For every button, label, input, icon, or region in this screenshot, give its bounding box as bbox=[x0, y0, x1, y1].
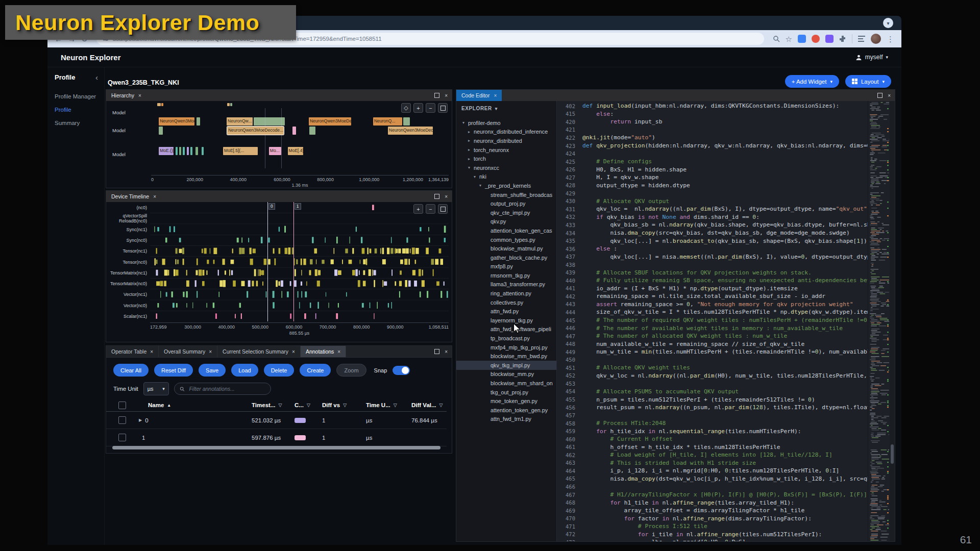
annotation-marker-line[interactable] bbox=[293, 202, 294, 321]
row-checkbox[interactable] bbox=[118, 434, 126, 441]
tree-item-qkv-cte-impl-py[interactable]: qkv_cte_impl.py bbox=[456, 208, 556, 217]
code-line[interactable]: 470 for factor in nl.affine_range(dims.a… bbox=[557, 514, 868, 522]
code-line[interactable]: 471 # Process I:512 tile bbox=[557, 522, 868, 531]
code-line[interactable]: 463 # This is strided load with H1 strid… bbox=[557, 459, 868, 467]
code-line[interactable]: 452 qkv_w_loc = nl.ndarray((nl.par_dim(H… bbox=[557, 372, 868, 380]
tree-item-pre-prod-kernels[interactable]: ▾_pre_prod_kernels bbox=[456, 181, 556, 190]
code-line[interactable]: 439 # Allocate SBUF locations for QKV pr… bbox=[557, 268, 868, 277]
code-line[interactable]: 434 nisa.dma_copy(src=qkv_bias, dst=qkv_… bbox=[557, 229, 868, 237]
flame-segment[interactable] bbox=[292, 127, 296, 135]
flame-segment[interactable]: NeuronQwen3MoeDec... bbox=[309, 117, 351, 126]
code-line[interactable]: 437 qkv_loc[...] = nisa.memset((nl.par_d… bbox=[557, 253, 868, 261]
tree-item-torch[interactable]: ▸torch bbox=[456, 154, 556, 163]
tree-item-neuronx-distributed-inference[interactable]: ▸neuronx_distributed_inference bbox=[456, 128, 556, 137]
tree-item-nki[interactable]: ▾nki bbox=[456, 172, 556, 182]
clear-all-button[interactable]: Clear All bbox=[113, 364, 149, 377]
code-line[interactable]: 430 # Allocate QKV output bbox=[557, 197, 868, 206]
code-line[interactable]: 461 h_offset = h_tile_idx * tiles.num128… bbox=[557, 443, 868, 452]
sort-asc-icon[interactable]: ▲ bbox=[167, 403, 171, 408]
code-line[interactable]: 415 else: bbox=[557, 110, 868, 118]
annotation-marker-line[interactable] bbox=[267, 202, 268, 321]
code-line[interactable]: 426 H0, BxS, H1 = hidden.shape bbox=[557, 165, 868, 173]
filter-icon[interactable]: ▽ bbox=[439, 403, 443, 408]
tree-item-attention-token-gen-py[interactable]: attention_token_gen.py bbox=[456, 406, 556, 415]
tree-item-mxfp4-mlp-tkg-proj-py[interactable]: mxfp4_mlp_tkg_proj.py bbox=[456, 343, 556, 352]
code-line[interactable]: 457 bbox=[557, 411, 868, 419]
tree-item-output-proj-py[interactable]: output_proj.py bbox=[456, 199, 556, 208]
code-line[interactable]: 436 else : bbox=[557, 245, 868, 253]
flame-segment[interactable] bbox=[176, 147, 178, 155]
close-icon[interactable]: × bbox=[445, 349, 448, 355]
snap-toggle[interactable] bbox=[393, 366, 410, 375]
code-line[interactable]: 456 result_psum = nl.ndarray((n_psum, nl… bbox=[557, 404, 868, 412]
code-line[interactable]: 442 remaining_space = nl.tile_size.total… bbox=[557, 292, 868, 300]
tree-item-qkv-tkg-impl-py[interactable]: qkv_tkg_impl.py bbox=[456, 361, 556, 370]
code-line[interactable]: 459 for h_tile_idx in nl.sequential_rang… bbox=[557, 427, 868, 435]
close-icon[interactable]: × bbox=[888, 93, 891, 98]
code-line[interactable]: 460 # Current H offset bbox=[557, 435, 868, 443]
extensions-puzzle-icon[interactable] bbox=[839, 35, 846, 42]
flame-segment[interactable] bbox=[187, 147, 189, 155]
code-line[interactable]: 469 array_tile_offset = dims.arrayTiling… bbox=[557, 507, 868, 515]
expand-icon[interactable] bbox=[434, 93, 439, 98]
flame-segment[interactable] bbox=[179, 147, 181, 155]
flame-segment[interactable]: NeuronQ... bbox=[373, 117, 402, 126]
flame-segment[interactable] bbox=[202, 147, 204, 155]
code-line[interactable]: 441 io_addr = (I + BxS * H1) * np.dtype(… bbox=[557, 285, 868, 293]
tree-item-layernorm-tkg-py[interactable]: layernorm_tkg.py bbox=[456, 316, 556, 325]
save-button[interactable]: Save bbox=[199, 364, 226, 377]
tree-item-ring-attention-py[interactable]: ring_attention.py bbox=[456, 289, 556, 298]
tab-overall-summary[interactable]: Overall Summary× bbox=[159, 346, 217, 357]
profile-tab-label[interactable]: Qwen3_235B_TKG_NKI bbox=[108, 79, 179, 86]
code-line[interactable]: 467 # H1//arrayTilingFactor x [H0(P), I(… bbox=[557, 491, 868, 499]
flame-segment[interactable]: NeuronQwen3MoeDecode... bbox=[227, 127, 284, 135]
page-zoom-icon[interactable] bbox=[773, 35, 780, 42]
code-line[interactable]: 443 assert remaining_space >= 0, "Not en… bbox=[557, 300, 868, 309]
layout-button[interactable]: Layout ▾ bbox=[845, 75, 891, 88]
tree-item-tp-broadcast-py[interactable]: tp_broadcast.py bbox=[456, 334, 556, 343]
code-line[interactable]: 431 qkv_loc = nl.ndarray((nl.par_dim(BxS… bbox=[557, 205, 868, 213]
flame-segment[interactable] bbox=[190, 147, 192, 155]
code-line[interactable]: 462 # Load weight of [H_tile, I] element… bbox=[557, 451, 868, 459]
close-icon[interactable]: × bbox=[292, 349, 295, 355]
code-line[interactable]: 440 # Fully utilize remainig SB space, e… bbox=[557, 277, 868, 285]
code-line[interactable]: 446 # The number of available weight til… bbox=[557, 324, 868, 332]
column-header-c[interactable]: C...▽ bbox=[290, 402, 318, 408]
code-line[interactable]: 450 bbox=[557, 356, 868, 364]
column-header-timest[interactable]: Timest...▽ bbox=[244, 402, 290, 408]
column-header-name[interactable]: Name▲ bbox=[137, 402, 244, 408]
flame-segment[interactable]: NeuronQwen3MoeDec... bbox=[159, 117, 194, 126]
hierarchy-chart[interactable]: ◇ + − NeuronQwen3MoeDec...NeuronQw...Neu… bbox=[151, 101, 449, 188]
tree-item-collectives-py[interactable]: collectives.py bbox=[456, 298, 556, 307]
flame-segment[interactable] bbox=[403, 117, 410, 126]
code-line[interactable]: 438 bbox=[557, 261, 868, 269]
flame-segment[interactable] bbox=[161, 103, 164, 106]
code-line[interactable]: 448 num_available_w_tile = remaining_spa… bbox=[557, 340, 868, 348]
column-header-diff-vs[interactable]: Diff vs▽ bbox=[318, 402, 361, 408]
tree-item-tkg-out-proj-py[interactable]: tkg_out_proj.py bbox=[456, 388, 556, 397]
fullscreen-button[interactable] bbox=[438, 204, 448, 214]
flame-segment[interactable] bbox=[254, 117, 285, 126]
flame-segment[interactable]: MoE[.4]... bbox=[288, 147, 303, 155]
code-line[interactable]: 429 bbox=[557, 189, 868, 197]
column-header-diff-val[interactable]: Diff Val...▽ bbox=[407, 402, 447, 408]
flame-segment[interactable] bbox=[159, 127, 163, 135]
zoom-button[interactable]: Zoom bbox=[336, 364, 366, 377]
code-line[interactable]: 444 size_of_qkv_w_tile = I * tiles.num12… bbox=[557, 308, 868, 316]
extension-icon-purple[interactable] bbox=[825, 35, 834, 43]
code-line[interactable]: 445 # The number of required QKV weight … bbox=[557, 316, 868, 324]
close-icon[interactable]: × bbox=[494, 93, 497, 98]
flame-segment[interactable] bbox=[197, 117, 200, 126]
code-editor-tab[interactable]: Code Editor × bbox=[456, 90, 502, 101]
flame-segment[interactable] bbox=[227, 103, 230, 106]
table-row[interactable]: 1597.876 µs1µs bbox=[106, 429, 447, 446]
side-panel-icon[interactable] bbox=[858, 36, 865, 42]
tree-item-moe-token-gen-py[interactable]: moe_token_gen.py bbox=[456, 396, 556, 406]
hierarchy-tab[interactable]: Hierarchy × bbox=[106, 90, 146, 101]
load-button[interactable]: Load bbox=[231, 364, 258, 377]
sidebar-item-profile-manager[interactable]: Profile Manager bbox=[47, 90, 104, 103]
code-line[interactable]: 455 n_psum = tiles.num512TilesPerI + (ti… bbox=[557, 395, 868, 404]
code-line[interactable]: 473 lhs = nl.mgrid[0:H0, 0:BxS] bbox=[557, 538, 868, 541]
tree-item-attention-token-gen-cas[interactable]: attention_token_gen_cas bbox=[456, 226, 556, 235]
expand-icon[interactable] bbox=[434, 194, 439, 199]
